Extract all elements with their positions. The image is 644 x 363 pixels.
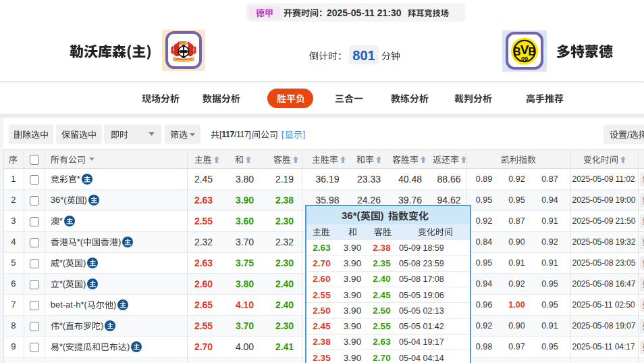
svg-text:B: B <box>528 46 536 57</box>
svg-text:09: 09 <box>521 55 528 62</box>
